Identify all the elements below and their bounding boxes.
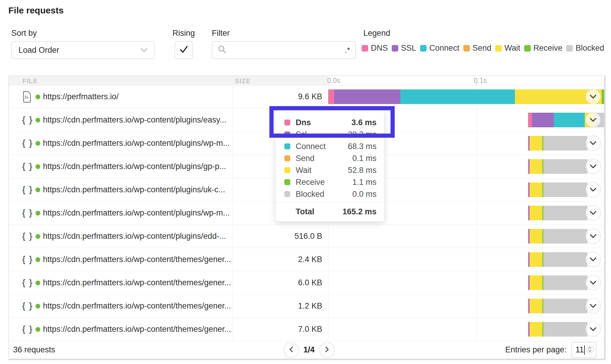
wait-segment (530, 206, 542, 220)
expand-row-button[interactable] (585, 321, 601, 337)
legend-item-label: Wait (504, 44, 520, 53)
connect-segment (554, 113, 585, 127)
status-dot (36, 211, 40, 216)
waterfall-bar[interactable] (528, 252, 587, 267)
file-url: https://cdn.perfmatters.io/wp-content/pl… (43, 178, 225, 201)
table-row: { }https://cdn.perfmatters.io/wp-content… (9, 271, 604, 295)
file-url: https://cdn.perfmatters.io/wp-content/th… (43, 295, 231, 317)
sort-by-value: Load Order (18, 46, 59, 55)
checkmark-icon (179, 45, 189, 55)
send-swatch-icon (463, 45, 470, 52)
expand-row-button[interactable] (585, 135, 601, 151)
table-row: { }https://cdn.perfmatters.io/wp-content… (9, 318, 604, 341)
file-url: https://cdn.perfmatters.io/wp-content/pl… (43, 109, 226, 131)
next-page-button[interactable] (319, 342, 335, 358)
legend-item-send: Send (463, 44, 491, 53)
status-dot (36, 188, 40, 192)
tooltip-row-send: Send0.1 ms (284, 152, 377, 164)
entries-per-page-input[interactable]: 11 (571, 342, 596, 358)
column-header-size: SIZE (235, 77, 251, 85)
blocked-segment (543, 299, 587, 313)
entries-per-page-label: Entries per page: (505, 345, 567, 354)
expand-row-button[interactable] (585, 228, 601, 244)
tooltip-phase-value: 1.1 ms (352, 178, 377, 187)
tooltip-phase-value: 0.1 ms (352, 154, 377, 163)
receive-swatch-icon (284, 179, 290, 185)
blocked-segment (543, 182, 587, 197)
chevron-down-icon (590, 141, 597, 145)
dns-segment (528, 113, 532, 127)
blocked-segment (543, 206, 587, 220)
tooltip-phase-label: Connect (296, 142, 348, 151)
tooltip-total-value: 165.2 ms (342, 207, 377, 216)
expand-row-button[interactable] (585, 252, 601, 267)
sort-by-select[interactable]: Load Order (11, 41, 155, 59)
status-dot (36, 234, 40, 239)
braces-icon: { } (22, 202, 33, 224)
wait-segment (530, 159, 542, 174)
waterfall-bar[interactable] (528, 136, 587, 151)
header-shade (9, 76, 328, 85)
waterfall-bar[interactable] (528, 229, 587, 244)
legend: DNSSSLConnectSendWaitReceiveBlocked (362, 44, 608, 53)
chevron-down-icon (590, 257, 597, 261)
wait-segment (530, 275, 542, 290)
status-dot (36, 95, 40, 99)
send-swatch-icon (284, 155, 290, 161)
tooltip-phase-value: 0.0 ms (352, 190, 377, 199)
filter-input[interactable] (230, 45, 345, 55)
legend-item-receive: Receive (524, 44, 563, 53)
blocked-swatch-icon (566, 45, 573, 52)
wait-segment (530, 229, 542, 244)
table-row: { }https://cdn.perfmatters.io/wp-content… (9, 225, 604, 248)
prev-page-button[interactable] (283, 342, 299, 358)
time-tick-0: 0.0s (327, 77, 340, 85)
chevron-right-icon (325, 346, 329, 354)
stepper-icon[interactable] (586, 345, 594, 355)
file-url: https://cdn.perfmatters.io/wp-content/pl… (43, 155, 226, 178)
braces-icon: { } (22, 178, 33, 201)
blocked-segment (543, 136, 587, 151)
expand-row-button[interactable] (585, 112, 601, 128)
connect-swatch-icon (420, 45, 427, 52)
column-header-file: FILE (22, 77, 38, 85)
expand-row-button[interactable] (585, 159, 601, 174)
expand-row-button[interactable] (585, 182, 601, 197)
waterfall-bar[interactable] (528, 159, 587, 174)
wait-swatch-icon (284, 167, 290, 173)
waterfall-bar[interactable] (528, 275, 587, 290)
wait-segment (530, 322, 542, 337)
rising-label: Rising (172, 29, 195, 38)
entries-per-page-value: 11 (575, 345, 584, 354)
chevron-down-icon (590, 304, 597, 308)
expand-row-button[interactable] (585, 89, 601, 104)
request-count: 36 requests (13, 341, 55, 359)
legend-item-wait: Wait (495, 44, 520, 53)
wait-segment (530, 136, 542, 151)
waterfall-bar[interactable] (528, 322, 587, 337)
expand-row-button[interactable] (585, 205, 601, 221)
blocked-segment (543, 159, 587, 174)
file-size: 6.0 KB (227, 271, 322, 294)
waterfall-bar[interactable] (528, 182, 587, 197)
waterfall-bar[interactable] (328, 89, 604, 104)
table-row: { }https://cdn.perfmatters.io/wp-content… (9, 248, 604, 271)
file-url: https://cdn.perfmatters.io/wp-content/pl… (43, 132, 230, 155)
status-dot (36, 281, 40, 285)
legend-item-dns: DNS (362, 44, 388, 53)
blocked-segment (543, 322, 587, 337)
svg-text:/>: /> (25, 95, 28, 100)
chevron-down-icon (590, 327, 597, 331)
wait-segment (530, 252, 542, 267)
expand-row-button[interactable] (585, 275, 601, 290)
waterfall-bar[interactable] (528, 206, 587, 220)
file-url: https://cdn.perfmatters.io/wp-content/th… (43, 318, 231, 341)
waterfall-bar[interactable] (528, 299, 587, 313)
ssl-segment (532, 113, 554, 127)
expand-row-button[interactable] (585, 298, 601, 314)
file-requests-panel: File requests Sort by Load Order Rising … (0, 0, 611, 364)
receive-segment (602, 89, 604, 104)
status-dot (36, 327, 40, 332)
rising-checkbox[interactable] (175, 41, 193, 59)
search-icon (218, 45, 227, 55)
